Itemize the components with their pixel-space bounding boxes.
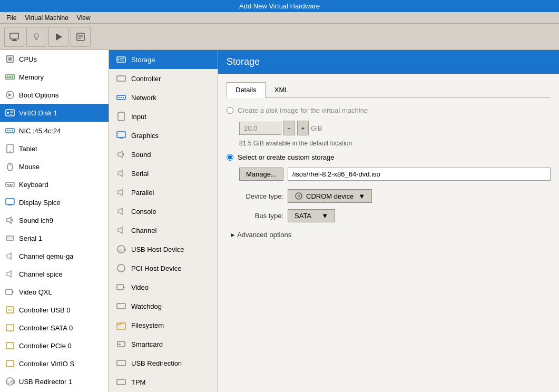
menu-item-network[interactable]: Network — [109, 88, 218, 107]
sidebar-item-nic[interactable]: NIC :45:4c:24 — [0, 122, 109, 140]
sidebar-item-mouse[interactable]: Mouse — [0, 158, 109, 175]
svg-rect-25 — [9, 130, 11, 131]
device-type-row: Device type: CDROM device ▼ — [227, 189, 551, 203]
menu-label-parallel: Parallel — [131, 189, 154, 197]
menu-item-pci-host[interactable]: PCI Host Device — [109, 259, 218, 278]
manage-button[interactable]: Manage... — [239, 168, 283, 181]
advanced-options-label: Advanced options — [237, 231, 291, 239]
channel-menu-icon2 — [115, 224, 127, 236]
svg-rect-64 — [117, 76, 125, 81]
bus-type-dropdown[interactable]: SATA ▼ — [288, 209, 335, 222]
sound-icon — [4, 214, 16, 226]
menu-item-smartcard[interactable]: Smartcard — [109, 335, 218, 354]
menu-item-console[interactable]: Console — [109, 202, 218, 221]
tab-xml[interactable]: XML — [266, 82, 298, 97]
radio-create-disk-row: Create a disk image for the virtual mach… — [227, 106, 551, 114]
sidebar-item-sound[interactable]: Sound ich9 — [0, 211, 109, 229]
content-header: Storage — [218, 50, 559, 74]
menu-item-controller[interactable]: Controller — [109, 69, 218, 88]
sidebar-item-video-qxl[interactable]: Video QXL — [0, 283, 109, 301]
advanced-options-row[interactable]: ▶ Advanced options — [227, 229, 551, 241]
menu-item-usb-host[interactable]: USB USB Host Device — [109, 240, 218, 259]
controller-menu-icon — [115, 73, 127, 84]
menu-item-video[interactable]: Video — [109, 278, 218, 297]
sidebar-label-ctrl-usb: Controller USB 0 — [19, 306, 71, 314]
sidebar-item-channel-spice[interactable]: Channel spice — [0, 265, 109, 283]
radio-create-disk[interactable] — [227, 107, 233, 114]
menu-item-sound[interactable]: Sound — [109, 145, 218, 164]
svg-rect-80 — [117, 285, 123, 290]
watchdog-menu-icon — [115, 300, 127, 312]
menu-item-graphics[interactable]: Graphics — [109, 126, 218, 145]
menu-item-input[interactable]: Input — [109, 107, 218, 126]
menu-file[interactable]: File — [2, 13, 21, 23]
menu-item-tpm[interactable]: TPM — [109, 373, 218, 391]
menu-item-channel[interactable]: Channel — [109, 221, 218, 240]
device-type-chevron: ▼ — [358, 192, 365, 200]
svg-rect-55 — [6, 360, 14, 367]
radio-create-disk-label[interactable]: Create a disk image for the virtual mach… — [238, 106, 368, 114]
menu-item-usb-redir[interactable]: USB Redirection — [109, 354, 218, 373]
sidebar-item-controller-virtio[interactable]: Controller VirtIO S — [0, 355, 109, 373]
menu-item-watchdog[interactable]: Watchdog — [109, 297, 218, 316]
sidebar-label-keyboard: Keyboard — [19, 181, 48, 189]
sidebar-item-memory[interactable]: Memory — [0, 68, 109, 86]
svg-rect-33 — [8, 184, 9, 185]
spin-minus-button[interactable]: − — [283, 121, 295, 135]
radio-custom-storage[interactable] — [227, 154, 233, 161]
radio-custom-label[interactable]: Select or create custom storage — [238, 153, 335, 161]
content-title: Storage — [227, 56, 260, 67]
svg-point-28 — [9, 151, 11, 152]
sidebar-item-usb-redir1[interactable]: USB USB Redirector 1 — [0, 373, 109, 390]
video-icon — [4, 286, 16, 298]
svg-rect-70 — [117, 132, 125, 138]
menu-item-storage[interactable]: Storage — [109, 50, 218, 69]
svg-rect-37 — [6, 199, 14, 204]
menu-item-filesystem[interactable]: Filesystem — [109, 316, 218, 335]
pci-menu-icon — [115, 262, 127, 274]
channel-spice-icon — [4, 268, 16, 280]
sidebar-item-boot-options[interactable]: Boot Options — [0, 86, 109, 104]
menu-item-serial[interactable]: Serial — [109, 164, 218, 183]
menubar: File Virtual Machine View — [0, 12, 559, 24]
sidebar-item-controller-sata[interactable]: Controller SATA 0 — [0, 319, 109, 337]
sidebar-item-tablet[interactable]: Tablet — [0, 140, 109, 158]
sidebar-item-cpus[interactable]: CPUs — [0, 50, 109, 68]
sidebar-item-controller-pcie[interactable]: Controller PCIe 0 — [0, 337, 109, 355]
disk-size-row: − + GiB — [239, 121, 551, 135]
monitor-button[interactable] — [4, 27, 24, 47]
storage-path-input[interactable] — [288, 168, 551, 181]
svg-rect-86 — [117, 360, 125, 366]
svg-rect-11 — [8, 57, 12, 61]
svg-marker-73 — [118, 170, 122, 177]
lightbulb-button[interactable] — [26, 27, 46, 47]
svg-rect-53 — [6, 325, 14, 331]
sidebar-item-serial1[interactable]: Serial 1 — [0, 229, 109, 247]
details-icon — [75, 32, 86, 42]
lightbulb-icon — [31, 32, 42, 42]
sidebar-item-virtio-disk[interactable]: VirtIO Disk 1 — [0, 104, 109, 122]
disk-size-input[interactable] — [239, 122, 281, 135]
menu-virtual-machine[interactable]: Virtual Machine — [21, 13, 73, 23]
sidebar-item-keyboard[interactable]: Keyboard — [0, 175, 109, 193]
parallel-menu-icon — [115, 187, 127, 198]
menu-view[interactable]: View — [73, 13, 95, 23]
device-type-dropdown[interactable]: CDROM device ▼ — [288, 189, 372, 203]
details-button[interactable] — [71, 27, 91, 47]
available-text: 81.5 GiB available in the default locati… — [239, 140, 551, 147]
sidebar-label-channel-spice: Channel spice — [19, 270, 62, 278]
sidebar-item-controller-usb[interactable]: Controller USB 0 — [0, 301, 109, 319]
sidebar-item-channel-qemu[interactable]: Channel qemu-ga — [0, 247, 109, 265]
sidebar-label-usb1: USB Redirector 1 — [19, 378, 72, 386]
svg-point-3 — [34, 34, 38, 38]
svg-point-91 — [296, 193, 302, 199]
tab-details[interactable]: Details — [227, 82, 266, 98]
menu-item-parallel[interactable]: Parallel — [109, 183, 218, 202]
menu-label-console: Console — [131, 208, 156, 215]
sidebar-item-display-spice[interactable]: Display Spice — [0, 193, 109, 211]
svg-rect-68 — [123, 97, 124, 98]
play-button[interactable] — [48, 27, 68, 47]
spin-plus-button[interactable]: + — [297, 121, 309, 135]
controller-pcie-icon — [4, 340, 16, 351]
svg-marker-74 — [118, 189, 122, 195]
